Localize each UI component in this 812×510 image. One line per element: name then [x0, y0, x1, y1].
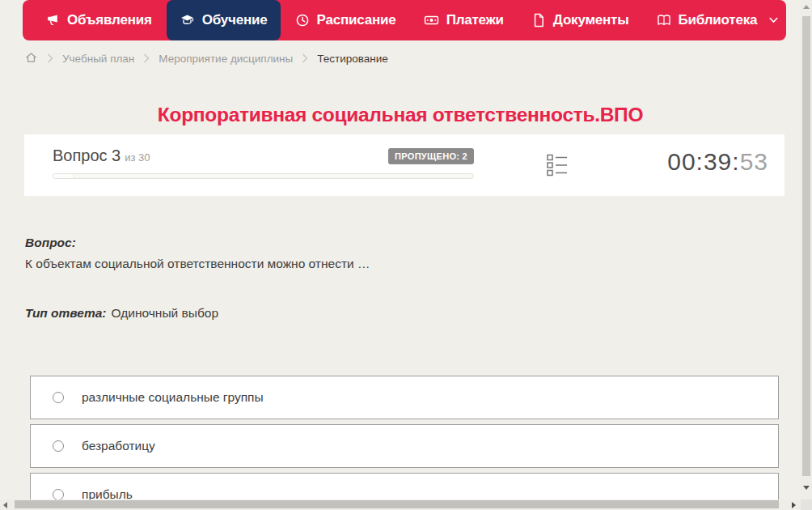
- question-number: Вопрос 3: [53, 147, 121, 164]
- nav-item-label: Библиотека: [679, 12, 758, 28]
- skipped-badge: ПРОПУЩЕНО: 2: [388, 148, 474, 164]
- scrollbar-corner: [801, 499, 812, 510]
- answer-option-label: безработицу: [82, 439, 155, 453]
- scroll-left-arrow-icon[interactable]: [3, 502, 7, 508]
- answer-options: различные социальные группы безработицу …: [30, 376, 779, 510]
- nav-item-label: Документы: [553, 12, 629, 28]
- radio-button[interactable]: [53, 440, 64, 452]
- nav-item-learning[interactable]: Обучение: [167, 0, 281, 40]
- chevron-down-icon: [769, 17, 778, 23]
- nav-item-schedule[interactable]: Расписание: [282, 0, 409, 40]
- book-icon: [657, 13, 671, 28]
- horizontal-scrollbar-thumb[interactable]: [15, 500, 779, 508]
- nav-item-label: Обучение: [202, 12, 268, 28]
- answer-option-label: различные социальные группы: [82, 390, 264, 405]
- countdown-timer: 00:39:53: [667, 148, 768, 176]
- nav-item-documents[interactable]: Документы: [518, 0, 642, 40]
- radio-button[interactable]: [53, 392, 64, 403]
- breadcrumb-item-discipline-event[interactable]: Мероприятие дисциплины: [159, 53, 293, 65]
- radio-button[interactable]: [53, 489, 64, 500]
- answer-option-2[interactable]: безработицу: [30, 424, 779, 468]
- nav-item-label: Расписание: [317, 12, 396, 28]
- scroll-down-arrow-icon[interactable]: [803, 486, 810, 490]
- megaphone-icon: [45, 13, 60, 28]
- breadcrumb: Учебный план Мероприятие дисциплины Тест…: [24, 50, 388, 66]
- answer-type-row: Тип ответа:Одиночный выбор: [25, 306, 218, 321]
- page-title: Корпоративная социальная ответственность…: [0, 104, 801, 126]
- question-text: К объектам социальной ответственности мо…: [25, 257, 370, 271]
- nav-item-label: Объявления: [67, 12, 152, 28]
- chevron-right-icon: [143, 53, 150, 63]
- question-counter: Вопрос 3из 30: [53, 147, 150, 165]
- vertical-scrollbar-thumb[interactable]: [802, 16, 810, 476]
- timer-main: 00:39:: [667, 148, 739, 175]
- chevron-right-icon: [302, 53, 308, 63]
- progress-bar: [53, 173, 474, 179]
- home-icon[interactable]: [24, 51, 38, 66]
- scroll-up-arrow-icon[interactable]: [803, 5, 810, 9]
- nav-item-payments[interactable]: Платежи: [411, 0, 517, 40]
- main-nav: Объявления Обучение Расписание Платежи Д…: [23, 0, 786, 40]
- breadcrumb-item-study-plan[interactable]: Учебный план: [62, 53, 134, 65]
- quiz-status-panel: Вопрос 3из 30 ПРОПУЩЕНО: 2 00:39:53: [24, 134, 785, 196]
- nav-item-label: Платежи: [446, 12, 504, 28]
- document-icon: [531, 13, 546, 28]
- horizontal-scrollbar[interactable]: [0, 499, 801, 510]
- graduation-cap-icon: [180, 13, 195, 28]
- breadcrumb-current-testing: Тестирование: [317, 53, 388, 65]
- question-progress-block: Вопрос 3из 30 ПРОПУЩЕНО: 2: [53, 145, 474, 179]
- question-list-icon: [547, 154, 568, 176]
- nav-item-announcements[interactable]: Объявления: [32, 0, 165, 40]
- question-total: из 30: [125, 151, 150, 164]
- progress-bar-fill: [53, 174, 74, 178]
- question-list-button[interactable]: [547, 154, 568, 176]
- answer-option-1[interactable]: различные социальные группы: [30, 376, 779, 419]
- banknote-icon: [424, 13, 439, 28]
- answer-type-label: Тип ответа:: [25, 306, 107, 320]
- timer-seconds: 53: [740, 148, 768, 175]
- question-label: Вопрос:: [25, 236, 76, 250]
- chevron-right-icon: [47, 53, 53, 63]
- answer-type-value: Одиночный выбор: [112, 306, 219, 320]
- scroll-right-arrow-icon[interactable]: [792, 502, 796, 508]
- vertical-scrollbar[interactable]: [801, 0, 812, 499]
- nav-item-library[interactable]: Библиотека: [644, 0, 792, 40]
- clock-icon: [295, 13, 310, 28]
